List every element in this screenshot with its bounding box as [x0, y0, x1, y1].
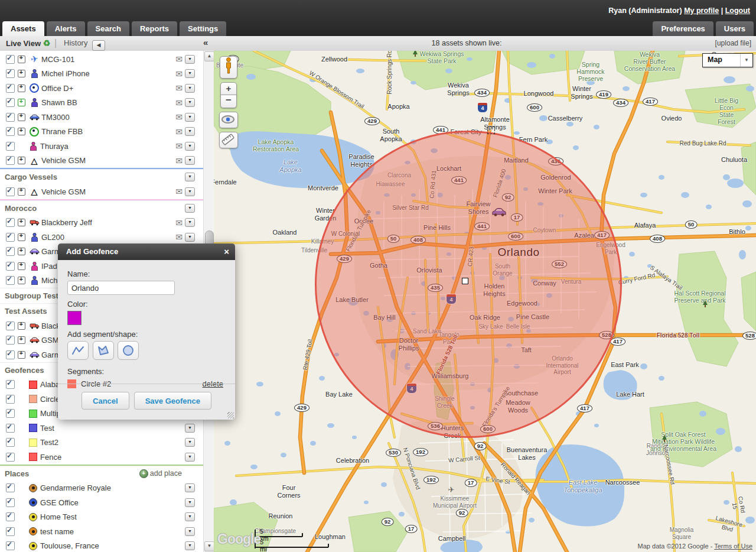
circle-shape-button[interactable] [118, 341, 139, 360]
expand-plus-button[interactable] [18, 233, 25, 241]
my-profile-link[interactable]: My profile [684, 7, 719, 15]
row-checkbox[interactable] [6, 156, 15, 165]
mail-icon[interactable]: ✉ [175, 113, 183, 121]
asset-row[interactable]: Office D+✉▼ [0, 81, 203, 96]
group-menu-button[interactable]: ▼ [185, 204, 195, 213]
tab-preferences[interactable]: Preferences [653, 21, 713, 36]
row-menu-button[interactable]: ▼ [185, 424, 195, 433]
dialog-title-bar[interactable]: Add Geofence × [58, 243, 235, 260]
tab-search[interactable]: Search [87, 21, 129, 36]
asset-row[interactable]: Shawn BB✉▼ [0, 96, 203, 111]
expand-plus-button[interactable] [18, 219, 25, 226]
row-checkbox[interactable] [6, 350, 15, 359]
mail-icon[interactable]: ✉ [175, 142, 183, 150]
mail-icon[interactable]: ✉ [175, 233, 183, 241]
row-checkbox[interactable] [6, 322, 15, 330]
chevron-down-icon[interactable]: ▼ [740, 54, 752, 67]
row-menu-button[interactable]: ▼ [185, 187, 195, 196]
row-menu-button[interactable]: ▼ [185, 55, 195, 64]
row-menu-button[interactable]: ▼ [185, 527, 195, 536]
mail-icon[interactable]: ✉ [175, 85, 183, 92]
row-checkbox[interactable] [6, 409, 15, 418]
map-type-control[interactable]: Map ▼ [702, 53, 753, 67]
asset-row[interactable]: Toulouse, France▼ [0, 539, 203, 552]
asset-row[interactable]: Fence▼ [0, 450, 203, 465]
dialog-resize-handle[interactable] [227, 412, 234, 418]
row-menu-button[interactable]: ▼ [185, 84, 195, 93]
asset-row[interactable]: GSE Office▼ [0, 495, 203, 510]
group-header-places[interactable]: Places+add place [0, 466, 203, 481]
add-place-link[interactable]: +add place [139, 469, 182, 478]
asset-row[interactable]: ✈MCG-101✉▼ [0, 52, 203, 67]
row-checkbox[interactable] [6, 512, 15, 521]
row-checkbox[interactable] [6, 113, 15, 122]
logout-link[interactable]: Logout [725, 7, 750, 15]
row-menu-button[interactable]: ▼ [185, 156, 195, 165]
asset-row[interactable]: Test2▼ [0, 436, 203, 450]
mail-icon[interactable]: ✉ [175, 99, 183, 106]
row-checkbox[interactable] [6, 98, 15, 107]
asset-row[interactable]: Thuraya✉▼ [0, 139, 203, 154]
row-menu-button[interactable]: ▼ [185, 98, 195, 107]
row-checkbox[interactable] [6, 498, 15, 507]
row-checkbox[interactable] [6, 262, 15, 271]
pegman-control[interactable] [220, 56, 237, 79]
expand-green-plus-button[interactable] [18, 99, 25, 106]
asset-row[interactable]: △Vehicle GSM✉▼ [0, 184, 203, 199]
visibility-eye-button[interactable] [219, 112, 238, 128]
row-checkbox[interactable] [6, 55, 15, 64]
expand-plus-button[interactable] [18, 188, 25, 196]
row-menu-button[interactable]: ▼ [185, 218, 195, 227]
expand-plus-button[interactable] [18, 85, 25, 92]
asset-row[interactable]: Home Test▼ [0, 510, 203, 525]
asset-row[interactable]: GL200✉▼ [0, 230, 203, 245]
expand-plus-button[interactable] [18, 113, 25, 121]
asset-row[interactable]: test name▼ [0, 524, 203, 539]
mail-icon[interactable]: ✉ [175, 128, 183, 135]
row-checkbox[interactable] [6, 187, 15, 196]
row-checkbox[interactable] [6, 527, 15, 536]
refresh-icon[interactable]: ♻ [43, 38, 51, 48]
zoom-in-button[interactable]: + [220, 82, 237, 96]
asset-row[interactable]: Test▼ [0, 421, 203, 436]
mail-icon[interactable]: ✉ [175, 56, 183, 63]
tab-settings[interactable]: Settings [180, 21, 226, 36]
row-checkbox[interactable] [6, 142, 15, 151]
row-checkbox[interactable] [6, 247, 15, 256]
expand-plus-button[interactable] [18, 351, 25, 359]
geofence-center-handle[interactable] [462, 278, 468, 284]
expand-plus-button[interactable] [18, 322, 25, 330]
polyline-shape-button[interactable] [67, 341, 89, 360]
row-menu-button[interactable]: ▼ [185, 113, 195, 122]
history-back-icon[interactable]: ◀ [92, 40, 105, 51]
row-checkbox[interactable] [6, 276, 15, 285]
tab-alerts[interactable]: Alerts [47, 21, 85, 36]
tab-users[interactable]: Users [716, 21, 754, 36]
asset-row[interactable]: TM3000✉▼ [0, 110, 203, 125]
group-header-cargo-vessels[interactable]: Cargo Vessels▼ [0, 169, 203, 184]
map-canvas[interactable]: OrlandoZellwoodApopkaSouth ApopkaWekiva … [214, 51, 756, 552]
tab-assets[interactable]: Assets [2, 21, 44, 36]
scroll-down-icon[interactable]: ▼ [204, 541, 214, 551]
row-checkbox[interactable] [6, 84, 15, 93]
row-menu-button[interactable]: ▼ [185, 498, 195, 507]
expand-plus-button[interactable] [18, 336, 25, 344]
expand-plus-button[interactable] [18, 70, 25, 77]
row-menu-button[interactable]: ▼ [185, 69, 195, 78]
row-checkbox[interactable] [6, 218, 15, 227]
row-menu-button[interactable]: ▼ [185, 142, 195, 151]
mail-icon[interactable]: ✉ [175, 157, 183, 164]
sidebar-collapse-button[interactable]: « [203, 37, 208, 47]
save-geofence-button[interactable]: Save Geofence [134, 392, 211, 410]
scroll-up-icon[interactable]: ▲ [204, 51, 214, 61]
row-checkbox[interactable] [6, 380, 15, 389]
expand-plus-button[interactable] [18, 157, 25, 164]
cancel-button[interactable]: Cancel [82, 392, 129, 410]
geofence-edge-handle[interactable] [487, 126, 495, 134]
asset-row[interactable]: Thrane FBB✉▼ [0, 125, 203, 139]
row-menu-button[interactable]: ▼ [185, 127, 195, 136]
row-checkbox[interactable] [6, 483, 15, 492]
color-swatch[interactable] [67, 311, 82, 325]
terms-of-use-link[interactable]: Terms of Use [714, 543, 752, 550]
asset-row[interactable]: Gendarmerie Royale▼ [0, 481, 203, 496]
